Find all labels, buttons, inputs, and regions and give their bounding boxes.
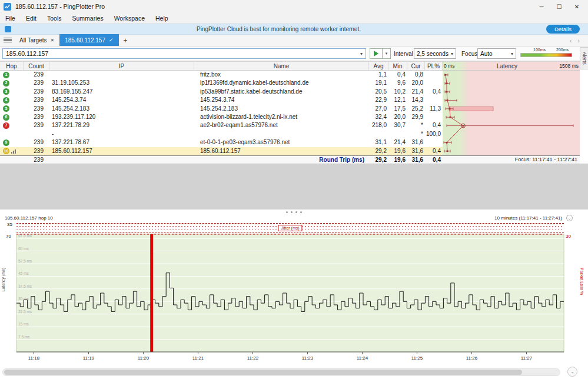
trace-row-hop-9[interactable]: 9239137.221.78.67et-0-0-1-pe03-eqam3.as5… — [0, 138, 580, 147]
trace-row-hop-5[interactable]: 5239145.254.2.183145.254.2.18327,017,525… — [0, 105, 580, 113]
latency-cell — [443, 138, 580, 147]
count-cell: 239 — [24, 88, 49, 96]
targets-menu-icon[interactable] — [4, 36, 12, 44]
pingplotter-logo-icon — [5, 26, 11, 32]
combo-caret-icon[interactable]: ▾ — [360, 51, 363, 56]
avg-cell: 31,1 — [369, 138, 388, 147]
trace-row-hop-6[interactable]: 6239193.239.117.120activision-blizzard-1… — [0, 113, 580, 121]
timeline-horizontal-scrollbar[interactable] — [2, 368, 560, 376]
trace-row-hop-8[interactable]: -*100,0 — [0, 130, 580, 138]
pl-cell: 0,4 — [425, 147, 443, 155]
jitter-strip: Jitter (ms) — [16, 223, 564, 232]
target-input[interactable]: 185.60.112.157 ▾ — [2, 48, 366, 59]
col-cur[interactable]: Cur — [407, 62, 425, 70]
avg-cell: 20,5 — [369, 88, 388, 96]
cur-cell: 0,8 — [407, 71, 425, 79]
interval-value: 2,5 seconds — [417, 51, 449, 57]
interval-label: Interval — [394, 51, 413, 57]
trace-row-hop-3[interactable]: 323983.169.155.247ip53a99bf7.static.kabe… — [0, 88, 580, 96]
scrollbar-thumb[interactable] — [4, 370, 522, 375]
summary-avg: 29,2 — [369, 156, 388, 164]
tab-all-targets[interactable]: All Targets ✕ — [14, 34, 59, 46]
latency-scale-legend: 100ms 200ms — [520, 48, 572, 57]
count-cell — [24, 130, 49, 138]
latency-timeline-chart[interactable]: 67.5 ms60 ms52.5 ms45 ms37.5 ms30 ms22.5… — [0, 233, 588, 361]
cur-cell: 25,2 — [407, 105, 425, 113]
col-count[interactable]: Count — [24, 62, 49, 70]
menu-edit[interactable]: Edit — [21, 15, 42, 22]
start-trace-button[interactable] — [370, 48, 383, 59]
avg-cell: 27,0 — [369, 105, 388, 113]
focus-select[interactable]: Auto ▾ — [477, 48, 516, 59]
col-avg[interactable]: Avg — [369, 62, 388, 70]
add-tab-button[interactable]: + — [119, 36, 132, 46]
interval-caret-icon: ▾ — [451, 51, 453, 56]
svg-text:60 ms: 60 ms — [18, 247, 29, 251]
menu-workspace[interactable]: Workspace — [109, 15, 150, 22]
timeline-range-chevron-icon[interactable]: ⌄ — [566, 215, 573, 221]
count-cell: 239 — [24, 147, 49, 155]
timeline-header: 185.60.112.157 hop 10 10 minutes (11:17:… — [0, 214, 588, 222]
panel-splitter-handle[interactable] — [0, 210, 588, 214]
ip-cell: 185.60.112.157 — [49, 147, 194, 155]
close-tab-icon[interactable]: ✕ — [51, 38, 55, 43]
latency-cell — [443, 105, 580, 113]
tab-all-targets-label: All Targets — [19, 37, 47, 44]
jump-to-latest-button[interactable]: ⌄ — [567, 367, 577, 377]
menu-tools[interactable]: Tools — [42, 15, 67, 22]
focus-value: Auto — [480, 51, 493, 57]
name-cell: ip53a99bf7.static.kabel-deutschland.de — [194, 88, 369, 96]
ip-cell: 145.254.3.74 — [49, 96, 194, 104]
menu-file[interactable]: File — [0, 15, 21, 22]
menubar: File Edit Tools Summaries Workspace Help — [0, 13, 588, 24]
min-cell: 19,6 — [388, 147, 407, 155]
name-cell: 145.254.3.74 — [194, 96, 369, 104]
tab-target-185-60-112-157[interactable]: 185.60.112.157 ✓ — [59, 34, 118, 46]
details-button[interactable]: Details — [546, 25, 580, 34]
ip-cell: 137.221.78.29 — [49, 121, 194, 129]
name-cell: 145.254.2.183 — [194, 105, 369, 113]
avg-cell: 19,1 — [369, 79, 388, 87]
trace-row-hop-7[interactable]: 7239137.221.78.29ae2-br02-eqam1.as57976.… — [0, 121, 580, 129]
menu-help[interactable]: Help — [150, 15, 174, 22]
ip-cell: 137.221.78.67 — [49, 138, 194, 147]
pl-cell — [425, 96, 443, 104]
hop-status-badge: 2 — [3, 80, 9, 87]
col-min[interactable]: Min — [388, 62, 407, 70]
summary-cur: 31,6 — [407, 156, 425, 164]
col-ip[interactable]: IP — [49, 62, 194, 70]
start-options-dropdown[interactable]: ▾ — [383, 48, 391, 59]
maximize-button[interactable]: ☐ — [550, 0, 568, 13]
pl-cell: 0,4 — [425, 88, 443, 96]
col-hop[interactable]: Hop — [0, 62, 24, 70]
round-trip-label: Round Trip (ms) — [194, 156, 369, 164]
count-cell: 239 — [24, 105, 49, 113]
trace-row-hop-2[interactable]: 223931.19.105.253ip1f1369fd.dynamic.kabe… — [0, 79, 580, 87]
hop-status-badge: 9 — [3, 139, 9, 146]
timeline-range-label[interactable]: 10 minutes (11:17:41 - 11:27:41) — [494, 215, 562, 221]
hop-status-badge: 5 — [3, 105, 9, 112]
trace-row-hop-4[interactable]: 4239145.254.3.74145.254.3.7422,912,114,3 — [0, 96, 580, 104]
trace-row-hop-1[interactable]: 1239fritz.box1,10,40,8 — [0, 71, 580, 79]
min-cell: 30,7 — [388, 121, 407, 129]
min-cell: 17,5 — [388, 105, 407, 113]
menu-summaries[interactable]: Summaries — [67, 15, 109, 22]
scroll-tabs-right-icon[interactable]: › — [577, 37, 580, 44]
trace-row-hop-10[interactable]: 10239185.60.112.157185.60.112.15729,219,… — [0, 147, 580, 155]
avg-cell: 22,9 — [369, 96, 388, 104]
summary-min: 19,6 — [388, 156, 407, 164]
col-name[interactable]: Name — [194, 62, 369, 70]
alerts-side-tab[interactable]: Alerts — [580, 47, 588, 69]
minimize-button[interactable]: ─ — [533, 0, 550, 13]
interval-select[interactable]: 2,5 seconds ▾ — [414, 48, 456, 59]
col-pl[interactable]: PL% — [425, 62, 443, 70]
min-cell: 0,4 — [388, 71, 407, 79]
scroll-tabs-left-icon[interactable]: ‹ — [570, 37, 572, 44]
ip-cell — [49, 71, 194, 79]
svg-text:11:26: 11:26 — [466, 355, 478, 361]
name-cell: fritz.box — [194, 71, 369, 79]
avg-cell: 218,0 — [369, 121, 388, 129]
close-button[interactable]: ✕ — [568, 0, 586, 13]
name-cell — [194, 130, 369, 138]
col-latency[interactable]: 0 ms Latency 1508 ms — [443, 62, 580, 70]
